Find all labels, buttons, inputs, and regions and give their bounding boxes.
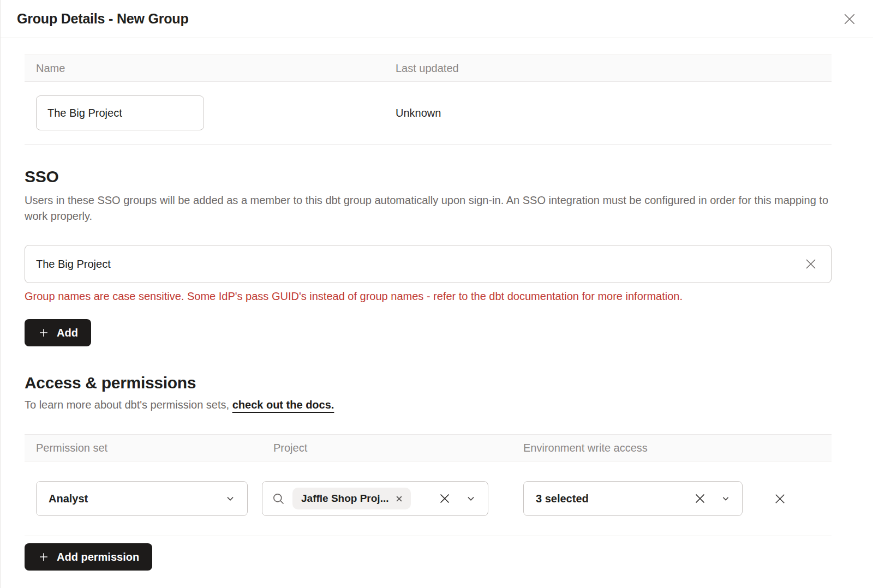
permissions-description-text: To learn more about dbt's permission set… [25, 399, 232, 411]
project-tag: Jaffle Shop Proj... [292, 488, 411, 509]
chevron-down-icon [224, 493, 236, 505]
project-tag-remove-button[interactable] [395, 495, 403, 503]
last-updated-column-header: Last updated [384, 62, 832, 75]
permission-set-value: Analyst [49, 493, 88, 505]
chevron-down-icon [465, 493, 477, 505]
environment-clear-button[interactable] [692, 490, 708, 507]
search-icon [271, 491, 286, 506]
add-permission-button-label: Add permission [57, 551, 139, 563]
name-column-header: Name [25, 62, 384, 75]
sso-heading: SSO [25, 167, 832, 186]
modal-content: Name Last updated Unknown SSO Users in t… [1, 55, 873, 581]
environment-write-access-value: 3 selected [536, 493, 589, 505]
last-updated-value: Unknown [384, 107, 832, 119]
environment-write-access-select[interactable]: 3 selected [523, 481, 743, 516]
sso-section: SSO Users in these SSO groups will be ad… [25, 167, 832, 346]
delete-row-icon [772, 490, 788, 507]
table-row: Unknown [25, 82, 832, 145]
group-details-modal: Group Details - New Group Name Last upda… [0, 0, 873, 588]
add-sso-group-button[interactable]: Add [25, 319, 91, 346]
group-name-input[interactable] [36, 95, 204, 130]
access-permissions-heading: Access & permissions [25, 374, 832, 392]
modal-header: Group Details - New Group [1, 0, 873, 38]
tag-remove-icon [395, 495, 403, 503]
environment-write-access-column-header: Environment write access [512, 442, 832, 454]
project-column-header: Project [262, 442, 512, 454]
close-icon [841, 11, 858, 27]
project-tag-label: Jaffle Shop Proj... [301, 493, 388, 505]
group-name-table: Name Last updated Unknown [25, 55, 832, 145]
name-table-header: Name Last updated [25, 55, 832, 82]
add-permission-button[interactable]: Add permission [25, 543, 152, 571]
permission-set-select[interactable]: Analyst [36, 481, 248, 516]
sso-clear-button[interactable] [801, 254, 821, 274]
sso-description: Users in these SSO groups will be added … [25, 193, 832, 224]
clear-icon [436, 490, 453, 507]
project-select[interactable]: Jaffle Shop Proj... [262, 481, 488, 516]
permission-set-column-header: Permission set [25, 442, 262, 454]
page-title: Group Details - New Group [17, 11, 188, 27]
project-clear-button[interactable] [436, 490, 453, 507]
chevron-down-icon [720, 493, 731, 504]
sso-warning-text: Group names are case sensitive. Some IdP… [25, 290, 832, 303]
clear-icon [692, 490, 708, 507]
permissions-table-header: Permission set Project Environment write… [25, 434, 832, 461]
docs-link[interactable]: check out the docs. [232, 399, 334, 411]
access-permissions-section: Access & permissions To learn more about… [25, 374, 832, 571]
add-button-label: Add [57, 327, 78, 339]
permission-row: Analyst [25, 461, 832, 536]
delete-permission-row-button[interactable] [772, 490, 788, 507]
close-button[interactable] [841, 11, 858, 27]
plus-icon [38, 551, 50, 563]
permissions-description: To learn more about dbt's permission set… [25, 399, 832, 411]
plus-icon [38, 327, 50, 339]
clear-icon [802, 255, 820, 273]
sso-group-field [25, 245, 832, 283]
permissions-table: Permission set Project Environment write… [25, 434, 832, 536]
sso-group-input[interactable] [25, 245, 832, 283]
